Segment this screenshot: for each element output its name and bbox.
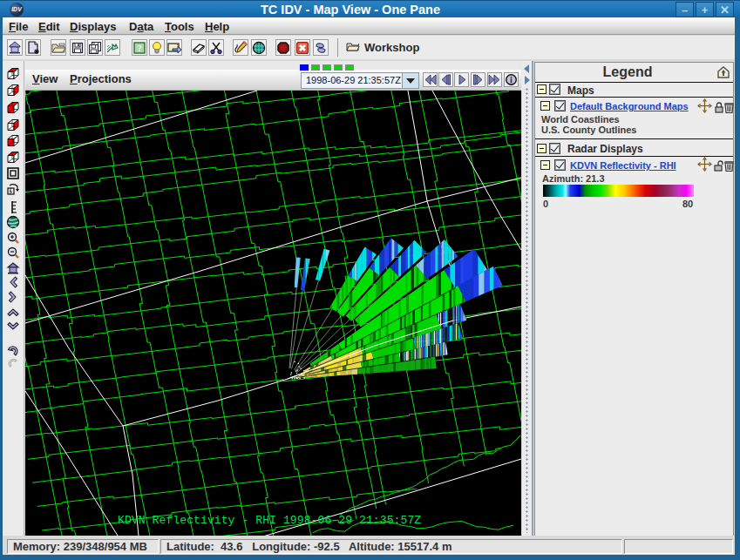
svg-text:KDVN Reflectivity - RHI 1998-0: KDVN Reflectivity - RHI 1998-06-29 21:35…	[118, 514, 421, 527]
svg-text:?: ?	[137, 43, 142, 53]
